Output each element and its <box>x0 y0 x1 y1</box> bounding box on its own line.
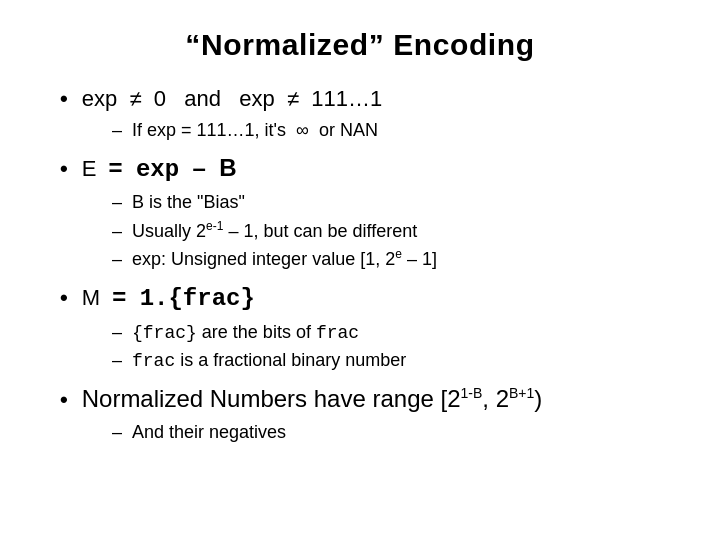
bullet-icon-2: • <box>60 156 68 182</box>
bullet-row-3: • M = 1.{frac} <box>60 281 660 315</box>
section-3: • M = 1.{frac} – {frac} are the bits of … <box>60 281 660 373</box>
dash-icon: – <box>112 322 122 343</box>
sub-text-3-2: frac is a fractional binary number <box>132 348 406 373</box>
slide-title: “Normalized” Encoding <box>185 28 534 62</box>
sub-row-3-2: – frac is a fractional binary number <box>112 348 660 373</box>
dash-icon: – <box>112 221 122 242</box>
dash-icon: – <box>112 249 122 270</box>
section-1: • exp ≠ 0 and exp ≠ 111…1 – If exp = 111… <box>60 84 660 142</box>
slide-content: • exp ≠ 0 and exp ≠ 111…1 – If exp = 111… <box>60 84 660 454</box>
sub-list-1: – If exp = 111…1, it's ∞ or NAN <box>112 118 660 142</box>
sub-list-2: – B is the "Bias" – Usually 2e-1 – 1, bu… <box>112 190 660 271</box>
dash-icon: – <box>112 192 122 213</box>
bullet-text-2: E = exp – B <box>82 152 237 186</box>
sub-text-3-1: {frac} are the bits of frac <box>132 320 359 345</box>
bullet-text-4: Normalized Numbers have range [21-B, 2B+… <box>82 383 543 415</box>
sub-text-2-3: exp: Unsigned integer value [1, 2e – 1] <box>132 246 437 271</box>
bullet-icon-1: • <box>60 86 68 112</box>
sub-text-2-2: Usually 2e-1 – 1, but can be different <box>132 218 417 243</box>
bullet-text-1: exp ≠ 0 and exp ≠ 111…1 <box>82 84 383 114</box>
dash-icon: – <box>112 350 122 371</box>
section-4: • Normalized Numbers have range [21-B, 2… <box>60 383 660 444</box>
bullet-row-1: • exp ≠ 0 and exp ≠ 111…1 <box>60 84 660 114</box>
sub-row-2-3: – exp: Unsigned integer value [1, 2e – 1… <box>112 246 660 271</box>
bullet-icon-3: • <box>60 285 68 311</box>
sub-text-4-1: And their negatives <box>132 420 286 444</box>
sub-list-4: – And their negatives <box>112 420 660 444</box>
sub-row-2-2: – Usually 2e-1 – 1, but can be different <box>112 218 660 243</box>
bullet-row-2: • E = exp – B <box>60 152 660 186</box>
dash-icon: – <box>112 120 122 141</box>
sub-text-2-1: B is the "Bias" <box>132 190 245 214</box>
sub-text-1-1: If exp = 111…1, it's ∞ or NAN <box>132 118 378 142</box>
bullet-text-3: M = 1.{frac} <box>82 281 255 315</box>
section-2: • E = exp – B – B is the "Bias" – Usuall… <box>60 152 660 271</box>
sub-row-2-1: – B is the "Bias" <box>112 190 660 214</box>
sub-row-3-1: – {frac} are the bits of frac <box>112 320 660 345</box>
sub-row-1-1: – If exp = 111…1, it's ∞ or NAN <box>112 118 660 142</box>
bullet-row-4: • Normalized Numbers have range [21-B, 2… <box>60 383 660 415</box>
sub-row-4-1: – And their negatives <box>112 420 660 444</box>
dash-icon: – <box>112 422 122 443</box>
sub-list-3: – {frac} are the bits of frac – frac is … <box>112 320 660 374</box>
bullet-icon-4: • <box>60 387 68 413</box>
